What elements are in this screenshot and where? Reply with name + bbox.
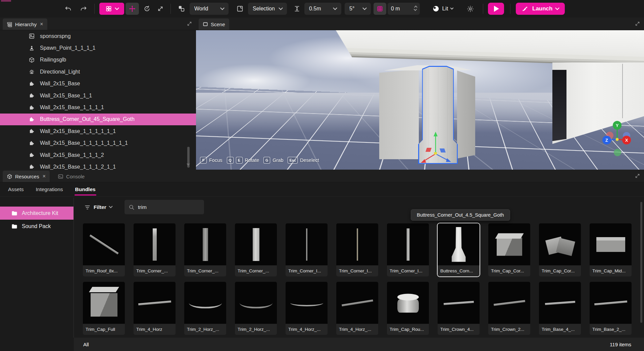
undo-button[interactable] — [62, 3, 74, 15]
asset-card[interactable]: Buttress_Corn... — [438, 223, 480, 276]
chevron-down-icon — [109, 205, 112, 208]
hierarchy-item[interactable]: Wall_2x15_Base_1_1_1_2 — [0, 149, 196, 161]
hierarchy-item[interactable]: Wall_2x15_Base_1_1_1_1_1_1 — [0, 125, 196, 137]
surface-offset-stepper[interactable]: 0 m — [388, 3, 420, 15]
hierarchy-item[interactable]: Wall_2x15_Base_1_1_1_2_1_1 — [0, 161, 196, 170]
expand-panel-icon[interactable] — [187, 21, 192, 28]
search-input[interactable] — [138, 204, 192, 210]
hierarchy-item[interactable]: Wall_2x15_Base_1_1_1_1 — [0, 101, 196, 113]
resources-subtab[interactable]: Assets — [8, 182, 24, 196]
resources-subtab[interactable]: Bundles — [75, 182, 96, 196]
chevron-down-icon — [555, 6, 560, 10]
bundle-folder[interactable]: Sound Pack — [0, 220, 73, 233]
axis-z-label: Z — [605, 138, 608, 143]
resources-subtab[interactable]: Integrations — [36, 182, 63, 196]
asset-thumbnail — [438, 223, 480, 265]
asset-card[interactable]: Trim_Corner_I... — [387, 223, 429, 276]
tab-hierarchy[interactable]: Hierarchy × — [3, 18, 47, 30]
rotation-snap-value: 5° — [349, 6, 354, 12]
scroll-down-arrow[interactable] — [187, 164, 190, 166]
scene-panel: Scene — [196, 17, 644, 170]
asset-card[interactable]: Trim_Corner_I... — [336, 223, 378, 276]
asset-card[interactable]: Trim_Roof_8x... — [83, 223, 125, 276]
asset-label: Trim_Corner_... — [184, 265, 226, 276]
asset-card[interactable]: Trim_Crown_4... — [438, 282, 480, 335]
gizmo-mode-button[interactable] — [99, 3, 124, 15]
hierarchy-item-label: Wall_2x15_Base_1_1_1_1_1_1_1_1 — [40, 140, 128, 146]
bundle-folder[interactable]: Architecture Kit — [0, 207, 73, 220]
asset-card[interactable]: Trim_Base_4_... — [539, 282, 581, 335]
asset-thumbnail — [590, 223, 632, 265]
play-button[interactable] — [488, 3, 504, 15]
hierarchy-icon — [7, 21, 12, 27]
asset-card[interactable]: Trim_Corner_... — [134, 223, 176, 276]
transform-space-icon[interactable] — [176, 3, 188, 15]
hierarchy-item[interactable]: Wall_2x15_Base — [0, 78, 196, 90]
hierarchy-item[interactable]: sponsorspng — [0, 30, 196, 42]
resources-subtab-label: Assets — [8, 186, 24, 192]
asset-card[interactable]: Trim_Crown_2... — [488, 282, 530, 335]
grid-mode-icon — [105, 5, 112, 12]
asset-card[interactable]: Trim_4_Horz_... — [286, 282, 328, 335]
hierarchy-item[interactable]: Spawn_Point_1_1_1_1 — [0, 42, 196, 54]
pivot-dropdown[interactable]: Selection — [248, 3, 287, 15]
asset-card[interactable]: Trim_Cap_Full — [83, 282, 125, 335]
hierarchy-item[interactable]: Wall_2x15_Base_1_1_1_1_1_1_1_1 — [0, 137, 196, 149]
asset-label: Trim_Corner_... — [134, 265, 176, 276]
asset-label: Trim_2_Horz_... — [184, 324, 226, 335]
rotate-tool-button[interactable] — [141, 3, 153, 15]
close-icon[interactable]: × — [40, 21, 43, 27]
grid-snap-dropdown[interactable]: 0.5m — [304, 3, 341, 15]
rotation-snap-dropdown[interactable]: 5° — [345, 3, 371, 15]
asset-card[interactable]: Trim_2_Horz_... — [235, 282, 277, 335]
gizmo-overlay[interactable]: Y Z X — [196, 30, 644, 170]
asset-card[interactable]: Trim_4_Horz — [134, 282, 176, 335]
filter-button[interactable]: Filter — [84, 201, 112, 213]
redo-button[interactable] — [78, 3, 90, 15]
asset-card[interactable]: Trim_Cap_Cor... — [539, 223, 581, 276]
hierarchy-item[interactable]: Wall_2x15_Base_1_1 — [0, 90, 196, 101]
settings-gear-icon[interactable] — [464, 3, 476, 15]
bundle-folder-label: Sound Pack — [22, 223, 51, 229]
asset-card[interactable]: Trim_Cap_Mid... — [590, 223, 632, 276]
scale-tool-button[interactable] — [154, 3, 166, 15]
grid-icon — [377, 5, 383, 12]
pivot-icon[interactable] — [234, 3, 246, 15]
render-mode-dropdown[interactable]: Lit — [427, 3, 458, 15]
hierarchy-item[interactable]: Buttress_Corner_Out_45_Square_Goth — [0, 114, 196, 125]
asset-card[interactable]: Trim_4_Horz_... — [336, 282, 378, 335]
hotkey-hint: G Grab — [263, 157, 288, 164]
move-tool-button[interactable] — [126, 3, 139, 15]
asset-card[interactable]: Trim_2_Horz_... — [184, 282, 226, 335]
hierarchy-item[interactable]: Railingsglb — [0, 54, 196, 66]
tab-console[interactable]: Console — [54, 171, 89, 182]
surface-snap-icon[interactable] — [292, 3, 302, 15]
hierarchy-item[interactable]: Directional_Light — [0, 66, 196, 78]
transform-space-dropdown[interactable]: World — [190, 3, 229, 15]
asset-thumbnail — [336, 223, 378, 265]
puzzle-piece-icon — [28, 92, 35, 99]
grid-snap-toggle[interactable] — [374, 3, 386, 15]
asset-search[interactable] — [125, 200, 204, 214]
hierarchy-tree[interactable]: sponsorspng Spawn_Point_1_1_1_1 — [0, 30, 196, 170]
key-cap: G — [263, 157, 270, 164]
expand-panel-icon[interactable] — [635, 173, 640, 180]
asset-card[interactable]: Trim_Corner_... — [235, 223, 277, 276]
tab-scene[interactable]: Scene — [199, 18, 229, 30]
asset-card[interactable]: Trim_Cap_Cor... — [488, 223, 530, 276]
launch-button[interactable]: Launch — [516, 3, 565, 15]
tab-resources[interactable]: Resources × — [3, 171, 50, 182]
asset-card[interactable]: Trim_Cap_Rou... — [387, 282, 429, 335]
stepper-arrows[interactable] — [414, 6, 416, 11]
asset-label: Trim_Base_4_... — [539, 324, 581, 335]
asset-card[interactable]: Trim_Base_2_... — [590, 282, 632, 335]
scene-viewport[interactable]: Y Z X F Focus Q E Rotate — [196, 30, 644, 170]
asset-thumbnail — [134, 223, 176, 265]
key-cap: F — [200, 157, 207, 164]
close-icon[interactable]: × — [43, 173, 46, 179]
expand-panel-icon[interactable] — [635, 21, 640, 28]
asset-card[interactable]: Trim_Corner_I... — [286, 223, 328, 276]
asset-grid-scrollbar[interactable] — [640, 202, 642, 323]
asset-card[interactable]: Trim_Corner_... — [184, 223, 226, 276]
footer-all-label[interactable]: All — [83, 342, 89, 347]
